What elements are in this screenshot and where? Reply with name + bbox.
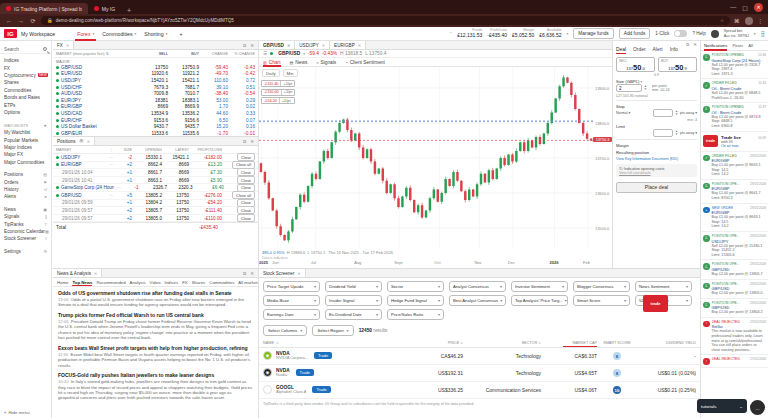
sidebar-item[interactable]: Options: [0, 109, 51, 116]
trade-button[interactable]: Trade: [296, 369, 314, 376]
watchlist-row[interactable]: US Dollar Basket 9430.7 9435.7 15.20 0.1…: [53, 123, 258, 130]
browser-tab-myig[interactable]: My IG: [88, 3, 121, 14]
news-category-tab[interactable]: Top News: [72, 278, 92, 287]
sidebar-item[interactable]: ETPs: [0, 101, 51, 108]
position-badge[interactable]: -£110.00 +1/pt: [261, 89, 295, 96]
notification-item[interactable]: £ POSITION OPE...29/01/2026 GBP/USD Buy …: [701, 260, 768, 279]
notification-item[interactable]: + NEW ORDER29/01/2026 EUR/GBP Buy £1.00 …: [701, 204, 768, 232]
notification-item[interactable]: ✓ ORDER FILLED29/01/2026 EUR/GBP Buy £1.…: [701, 152, 768, 180]
sell-price[interactable]: 9430.7: [137, 124, 168, 129]
sidebar-item[interactable]: Bonds and Rates: [0, 94, 51, 101]
select-region-button[interactable]: Select Region▾: [312, 325, 353, 336]
sidebar-item[interactable]: FX: [0, 64, 51, 71]
address-bar[interactable]: 🔒 demo-dealing.com/web-platform/R/worksp…: [41, 16, 730, 25]
close-icon[interactable]: ✕: [287, 43, 290, 48]
browser-profile-avatar[interactable]: [745, 17, 753, 25]
account-id[interactable]: Spread bet Acc no. X87NJ: [724, 29, 749, 37]
sidebar-research-item[interactable]: Economic Calendar▦: [0, 228, 51, 235]
notification-item[interactable]: £ POSITION OPENED12:46 GameStop Corp (24…: [701, 51, 768, 79]
sell-price[interactable]: 8669: [137, 104, 168, 109]
sell-price[interactable]: 18381: [137, 98, 168, 103]
workspace-tab[interactable]: Commodities▾: [98, 27, 140, 41]
trade-button[interactable]: Trade: [314, 352, 332, 359]
sidebar-item[interactable]: CryptocurrencyNEW: [0, 72, 51, 79]
candlestick-plot[interactable]: DailyMin -£111.40 +1/pt -£110.00 +1/pt -…: [259, 67, 593, 249]
minimize-button[interactable]: —: [730, 4, 736, 10]
buy-price[interactable]: 15421.1: [168, 78, 199, 83]
one-click-toggle[interactable]: [674, 30, 687, 37]
buy-price[interactable]: 7681.7: [168, 85, 199, 90]
buy-price[interactable]: 7010.7: [168, 91, 199, 96]
screener-filter-select[interactable]: Media Buzz▾: [263, 295, 320, 306]
stop-units-select[interactable]: pts away ▾: [680, 111, 697, 115]
screener-filter-select[interactable]: Price/Sales Ratio▾: [387, 309, 444, 320]
sidebar-item[interactable]: Shares: [0, 79, 51, 86]
position-badge[interactable]: -£111.40 +1/pt: [261, 80, 295, 87]
sidebar-research-item[interactable]: Signals∥: [0, 213, 51, 220]
buy-price[interactable]: 13536.2: [168, 111, 199, 116]
news-story[interactable]: FOCUS-Gold rally pushes Italian jeweller…: [53, 369, 258, 402]
sell-price[interactable]: 13534.9: [137, 111, 168, 116]
buy-price[interactable]: 9435.7: [168, 124, 199, 129]
chart-view-tab[interactable]: ◔Client Sentiment: [345, 58, 385, 67]
close-panel-icon[interactable]: ✕: [250, 43, 254, 48]
chart-market-tab[interactable]: EUR/GBP✕: [330, 41, 366, 49]
hide-menu-button[interactable]: «Hide menu: [0, 410, 52, 415]
close-icon[interactable]: ✕: [358, 43, 361, 48]
trade-button[interactable]: Trade: [312, 386, 330, 393]
new-tab-button[interactable]: +: [127, 7, 131, 14]
chart-market-name[interactable]: GBP/USD: [278, 51, 300, 56]
sell-price[interactable]: 11533.6: [137, 131, 168, 136]
stop-stepper[interactable]: ▲▼: [675, 110, 678, 116]
news-category-tab[interactable]: FX: [182, 278, 188, 287]
screener-filter-select[interactable]: Ex-Dividend Date▾: [325, 309, 382, 320]
buy-price[interactable]: 11921.2: [168, 71, 199, 76]
sidebar-trading-item[interactable]: Orders⚑: [0, 178, 51, 185]
news-story[interactable]: Exxon beats Wall Street profit targets w…: [53, 342, 258, 369]
funds-dropdown-icon[interactable]: ▾: [567, 32, 569, 36]
kid-link[interactable]: View Key Information Document (KID): [616, 157, 697, 161]
buy-price[interactable]: 13750.9: [168, 65, 199, 70]
sell-price[interactable]: 13750: [137, 65, 168, 70]
screener-filter-select[interactable]: Analyst Consensus▾: [449, 281, 506, 292]
screener-filter-select[interactable]: Hedge Fund Signal▾: [387, 295, 444, 306]
notification-item[interactable]: ! DEAL REJECTED27/01/2026 Stellar This m…: [701, 318, 768, 356]
deal-ticket-tab[interactable]: Info: [670, 45, 678, 54]
place-deal-button[interactable]: Place deal: [616, 182, 697, 193]
sidebar-watchlist-item[interactable]: Popular Markets: [0, 137, 51, 144]
close-panel-icon[interactable]: ✕: [250, 139, 254, 144]
account-avatar[interactable]: [711, 30, 719, 38]
stock-screener-tab[interactable]: Stock Screener✕: [259, 269, 306, 277]
news-category-tab[interactable]: Home: [57, 278, 68, 287]
tutorials-widget[interactable]: tutorials⌄: [697, 399, 747, 413]
maximize-button[interactable]: ▢: [742, 4, 748, 11]
bookmark-star-icon[interactable]: ☆: [720, 18, 724, 23]
buy-price[interactable]: 11535.6: [168, 131, 199, 136]
workspace-tab[interactable]: Forex▾: [73, 27, 98, 41]
workspace-tab[interactable]: Shorting▾: [140, 27, 171, 41]
row-menu-icon[interactable]: ⋯: [106, 162, 116, 167]
notifications-tab[interactable]: All: [748, 41, 753, 51]
trade-live-mini-logo[interactable]: trade: [643, 295, 668, 312]
margin-row[interactable]: Margin: [616, 143, 697, 148]
sidebar-watchlist-item[interactable]: Major Commodities: [0, 159, 51, 166]
watchlist-row[interactable]: USD/CAD 13534.9 13536.2 44.60 0.33: [53, 110, 258, 117]
watchlist-tab[interactable]: FX✕: [53, 41, 74, 49]
notification-item[interactable]: ✓ ORDER FILLED11:43 Oil - Brent Crude Se…: [701, 79, 768, 103]
chat-bubble-button[interactable]: ...: [750, 400, 765, 415]
notification-item[interactable]: £ POSITION OPE...29/01/2026 GBP/USD Buy …: [701, 280, 768, 299]
watchlist-row[interactable]: AUD/USD 7009.8 7010.7 -38.40 -0.54: [53, 90, 258, 97]
screener-filter-select[interactable]: Dividend Yield▾: [325, 281, 382, 292]
collapse-chevron-icon[interactable]: ⌃: [449, 31, 452, 36]
screener-filter-select[interactable]: Smart Score▾: [573, 295, 630, 306]
news-category-tab[interactable]: Shares: [192, 278, 206, 287]
notification-item[interactable]: £ POSITION OPE...29/01/2026 GBP/USD Buy …: [701, 299, 768, 318]
news-category-tab[interactable]: Recommended: [96, 278, 125, 287]
buy-price[interactable]: 9156.6: [168, 118, 199, 123]
sell-price[interactable]: 15420.1: [137, 78, 168, 83]
news-category-tab[interactable]: Indices: [165, 278, 179, 287]
news-category-tab[interactable]: Video: [150, 278, 161, 287]
screener-filter-select[interactable]: News Sentiment▾: [635, 281, 692, 292]
close-icon[interactable]: ✕: [322, 43, 325, 48]
add-workspace-tab-button[interactable]: +: [175, 27, 186, 41]
